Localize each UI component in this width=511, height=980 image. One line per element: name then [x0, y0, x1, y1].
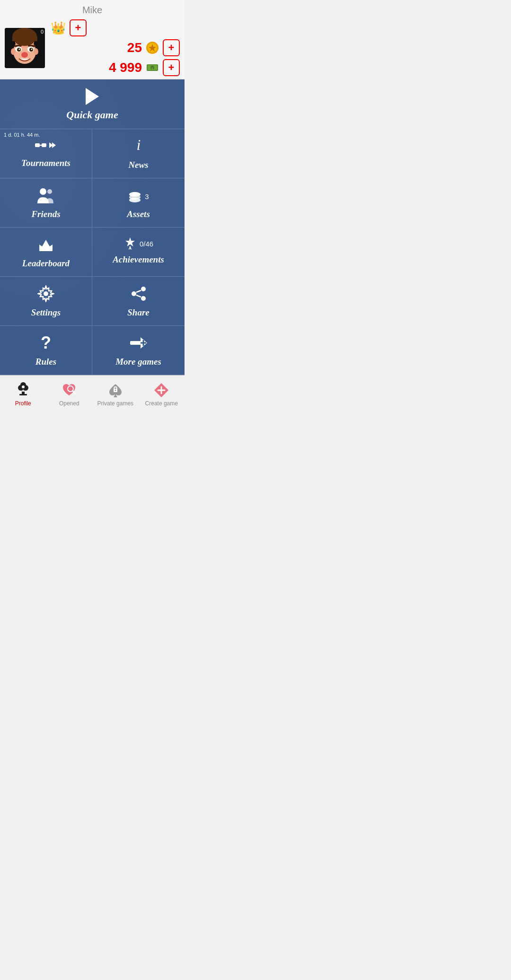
sidebar-item-friends[interactable]: Friends — [0, 178, 92, 228]
coin-icon — [145, 40, 160, 55]
share-label: Share — [127, 307, 149, 318]
achievements-count: 0/46 — [140, 240, 153, 248]
add-money-button[interactable]: + — [163, 59, 180, 76]
add-coins-button[interactable]: + — [163, 39, 180, 56]
bottom-nav: Profile Opened Private ga — [0, 375, 185, 413]
opened-nav-label: Opened — [59, 400, 79, 407]
svg-marker-30 — [52, 142, 56, 148]
sidebar-item-more-games[interactable]: More games — [92, 326, 185, 375]
svg-point-61 — [115, 389, 116, 391]
leaderboard-icon — [37, 236, 54, 255]
sidebar-item-achievements[interactable]: 0/46 Achievements — [92, 228, 185, 277]
tournament-timer: 1 d. 01 h. 44 m. — [4, 132, 40, 138]
money-value: 4 999 — [109, 60, 142, 75]
settings-icon — [37, 285, 54, 305]
svg-point-12 — [31, 48, 33, 50]
svg-point-44 — [141, 296, 146, 301]
quick-game-button[interactable]: Quick game — [0, 79, 185, 129]
svg-point-43 — [132, 291, 136, 296]
leaderboard-label: Leaderboard — [22, 258, 70, 269]
avatar-badge: 0 — [41, 29, 44, 35]
news-label: News — [128, 160, 148, 170]
money-icon: $ — [145, 60, 160, 75]
svg-text:i: i — [136, 138, 141, 153]
friends-icon — [36, 187, 55, 206]
more-games-icon — [129, 334, 148, 354]
svg-point-18 — [26, 33, 35, 41]
create-game-nav-label: Create game — [145, 400, 178, 407]
svg-line-45 — [136, 290, 141, 292]
assets-badge-row: 3 — [128, 187, 149, 206]
assets-count: 3 — [145, 192, 149, 201]
svg-point-14 — [11, 48, 16, 55]
create-game-nav-icon — [153, 382, 169, 398]
tournaments-label: Tournaments — [21, 158, 70, 168]
svg-point-42 — [141, 287, 146, 291]
achievements-badge-row: 0/46 — [123, 236, 153, 252]
rules-icon: ? — [39, 334, 53, 354]
sidebar-item-tournaments[interactable]: 1 d. 01 h. 44 m. Tournaments — [0, 129, 92, 178]
money-row: 4 999 $ + — [51, 59, 180, 76]
svg-rect-40 — [128, 249, 132, 249]
svg-point-17 — [13, 34, 23, 41]
sidebar-item-assets[interactable]: 3 Assets — [92, 178, 185, 228]
svg-point-57 — [22, 385, 25, 388]
svg-point-11 — [19, 48, 20, 50]
quick-game-label: Quick game — [66, 109, 118, 121]
nav-item-create-game[interactable]: Create game — [139, 376, 185, 413]
svg-rect-26 — [35, 143, 40, 147]
private-games-nav-icon — [107, 382, 123, 398]
news-icon: i — [132, 138, 146, 157]
profile-nav-label: Profile — [15, 400, 31, 407]
opened-nav-icon — [61, 382, 77, 398]
assets-label: Assets — [127, 209, 150, 219]
settings-label: Settings — [31, 307, 61, 318]
svg-point-32 — [40, 188, 46, 195]
svg-point-36 — [129, 192, 141, 197]
menu-grid: 1 d. 01 h. 44 m. Tournaments i — [0, 129, 185, 375]
share-icon — [130, 285, 147, 305]
menu-area: Quick game 1 d. 01 h. 44 m. Tournaments — [0, 79, 185, 375]
svg-point-33 — [47, 189, 52, 194]
tournament-icon — [34, 138, 58, 155]
sidebar-item-settings[interactable]: Settings — [0, 277, 92, 326]
svg-marker-38 — [125, 237, 135, 246]
play-icon — [86, 88, 99, 105]
crown-row: 👑 + — [51, 19, 180, 36]
header: Mike — [0, 0, 185, 79]
avatar[interactable]: 0 — [5, 28, 45, 68]
nav-item-profile[interactable]: Profile — [0, 376, 46, 413]
nav-item-opened[interactable]: Opened — [46, 376, 93, 413]
achievements-icon — [123, 236, 137, 252]
rules-label: Rules — [35, 357, 56, 367]
coins-value: 25 — [109, 40, 142, 55]
svg-point-41 — [44, 291, 48, 296]
svg-rect-27 — [42, 143, 46, 147]
svg-point-13 — [21, 52, 28, 58]
add-crown-button[interactable]: + — [70, 19, 87, 36]
svg-rect-37 — [39, 249, 53, 251]
more-games-label: More games — [115, 357, 161, 367]
svg-rect-48 — [130, 341, 141, 345]
stats-panel: 👑 + 25 + 4 999 — [51, 19, 180, 76]
crown-icon: 👑 — [51, 21, 66, 35]
sidebar-item-news[interactable]: i News — [92, 129, 185, 178]
svg-line-59 — [73, 391, 75, 394]
coins-row: 25 + — [51, 39, 180, 56]
header-stats: 0 👑 + 25 + — [0, 19, 185, 76]
assets-icon — [128, 187, 142, 206]
sidebar-item-share[interactable]: Share — [92, 277, 185, 326]
profile-nav-icon — [15, 382, 31, 398]
private-games-nav-label: Private games — [97, 400, 133, 407]
svg-point-15 — [34, 48, 38, 55]
sidebar-item-leaderboard[interactable]: Leaderboard — [0, 228, 92, 277]
nav-item-private-games[interactable]: Private games — [92, 376, 139, 413]
friends-label: Friends — [31, 209, 60, 219]
svg-text:?: ? — [41, 334, 51, 351]
username: Mike — [0, 5, 185, 16]
svg-rect-56 — [19, 394, 27, 395]
svg-line-46 — [136, 295, 141, 297]
achievements-label: Achievements — [113, 254, 164, 265]
sidebar-item-rules[interactable]: ? Rules — [0, 326, 92, 375]
